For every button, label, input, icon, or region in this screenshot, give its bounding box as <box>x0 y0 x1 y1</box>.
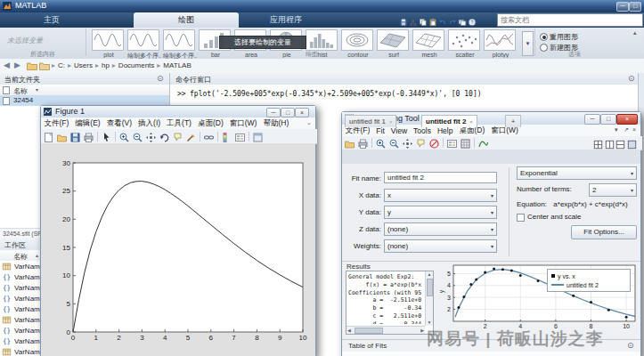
breadcrumb-item[interactable]: MATLAB <box>163 61 191 69</box>
figure-plot[interactable]: 012345678910051015202530 <box>41 143 315 356</box>
x-data-select[interactable]: x▾ <box>384 189 497 202</box>
menu-item[interactable]: 文件(F) <box>41 118 72 129</box>
menu-item[interactable]: Help <box>434 126 455 135</box>
menu-item[interactable]: 桌面(D) <box>194 118 226 129</box>
legend-icon[interactable] <box>234 131 246 142</box>
breadcrumb-item[interactable]: C: <box>58 61 65 69</box>
colorbar-icon[interactable] <box>221 131 232 142</box>
reuse-figure-radio[interactable] <box>540 33 548 41</box>
tab-untitled-fit-1[interactable]: untitled fit 1× <box>345 115 396 127</box>
terms-select[interactable]: 2▾ <box>589 183 637 197</box>
breadcrumb-item[interactable]: Documents <box>118 61 154 69</box>
scroll-left-icon[interactable]: ◀ <box>347 328 351 334</box>
figure-minimize-button[interactable]: ─ <box>266 108 281 117</box>
layout-4-icon[interactable] <box>627 137 637 147</box>
paste-icon[interactable] <box>428 14 437 23</box>
help-icon[interactable]: ? <box>468 14 477 23</box>
search-input[interactable] <box>497 13 643 27</box>
tab-close-icon[interactable]: × <box>389 119 393 125</box>
panel-menu-icon[interactable]: ⊙ <box>628 74 635 83</box>
menu-corner-icon[interactable]: ⌄ <box>306 119 312 126</box>
figure-close-button[interactable]: × <box>295 108 309 117</box>
tab-plots[interactable]: 绘图 <box>134 12 239 28</box>
open-folder-icon[interactable] <box>344 137 355 149</box>
browse-folder-icon[interactable] <box>39 61 50 70</box>
menu-item[interactable]: Tools <box>411 126 435 135</box>
menu-item[interactable]: 插入(I) <box>135 118 164 129</box>
new-doc-icon[interactable] <box>43 131 54 142</box>
zoom-out-icon[interactable] <box>132 131 143 142</box>
menu-item[interactable]: 查看(V) <box>103 118 135 129</box>
results-hscrollbar[interactable]: ◀ ▶ <box>346 326 425 334</box>
tab-home[interactable]: 主页 <box>25 12 78 28</box>
layout-3-icon[interactable] <box>615 137 625 147</box>
scroll-right-icon[interactable]: ▶ <box>420 328 424 334</box>
datatip-icon[interactable] <box>415 137 427 149</box>
undock-icon[interactable]: ↗ <box>624 126 629 134</box>
redo-icon[interactable] <box>448 14 457 23</box>
back-icon[interactable]: ◀ <box>4 61 10 69</box>
zoom-out-icon[interactable] <box>388 137 400 149</box>
figure-titlebar[interactable]: Figure 1 ─ □ × <box>41 106 315 118</box>
tab-apps[interactable]: 应用程序 <box>248 12 324 28</box>
open-folder-icon[interactable] <box>56 131 68 142</box>
fit-update-icon[interactable] <box>477 137 489 149</box>
datatip-icon[interactable] <box>172 131 183 142</box>
menu-item[interactable]: 窗口(W) <box>226 118 260 129</box>
undo-icon[interactable] <box>438 14 447 23</box>
z-data-select[interactable]: (none)▾ <box>384 222 497 236</box>
copy-icon[interactable] <box>419 14 428 23</box>
link-icon[interactable] <box>203 131 215 142</box>
scroll-up-icon[interactable]: ▲ <box>426 271 433 278</box>
weights-select[interactable]: (none)▾ <box>384 239 497 253</box>
breadcrumb-item[interactable]: Users <box>74 61 93 69</box>
figure-maximize-button[interactable]: □ <box>281 108 295 117</box>
results-vscrollbar[interactable]: ▲ ▼ <box>425 271 433 326</box>
cft-maximize-button[interactable]: □ <box>600 114 616 125</box>
exclude-icon[interactable] <box>428 137 440 149</box>
cft-close-button[interactable]: × <box>616 114 638 125</box>
scroll-down-icon[interactable]: ▼ <box>426 320 433 326</box>
new-tab-button[interactable]: + <box>505 115 521 127</box>
grid-icon-icon[interactable] <box>460 137 471 149</box>
menu-item[interactable]: Fit <box>373 126 387 135</box>
brush-icon[interactable] <box>185 131 197 142</box>
maximize-button[interactable]: □ <box>629 2 641 12</box>
rotate-icon[interactable] <box>159 131 170 142</box>
layout-2-icon[interactable] <box>605 137 615 147</box>
zoom-in-icon[interactable] <box>118 131 130 142</box>
panel-menu-icon[interactable]: ⊙ <box>157 74 164 83</box>
scroll-thumb[interactable] <box>355 328 383 334</box>
dock-icon[interactable] <box>252 131 264 142</box>
menu-item[interactable]: 编辑(E) <box>72 118 103 129</box>
print-icon[interactable] <box>357 137 369 149</box>
minimize-button[interactable]: ─ <box>616 2 629 12</box>
fit-name-input[interactable] <box>384 172 497 183</box>
menu-item[interactable]: 工具(T) <box>164 118 195 129</box>
fit-options-button[interactable]: Fit Options... <box>571 225 637 239</box>
scroll-thumb[interactable] <box>427 279 433 296</box>
cursor-icon[interactable] <box>101 131 112 142</box>
tab-untitled-fit-2[interactable]: untitled fit 2× <box>421 115 477 127</box>
menu-item[interactable]: 帮助(H) <box>260 118 292 129</box>
y-data-select[interactable]: y▾ <box>384 206 497 219</box>
ribbon-collapse-icon[interactable]: ▴ <box>633 29 637 36</box>
legend-icon[interactable] <box>446 137 458 149</box>
tab-close-icon[interactable]: × <box>469 119 473 125</box>
save-icon[interactable] <box>69 131 81 142</box>
save-icon[interactable] <box>399 14 408 23</box>
dock-menu-icon[interactable]: ▾ <box>615 126 618 134</box>
layout-1-icon[interactable] <box>593 137 603 147</box>
cut-icon[interactable] <box>409 14 418 23</box>
menu-item[interactable]: View <box>387 126 410 135</box>
breadcrumb-item[interactable]: hp <box>102 61 110 69</box>
zoom-in-icon[interactable] <box>375 137 387 149</box>
center-scale-checkbox[interactable] <box>517 214 525 222</box>
switch-windows-icon[interactable] <box>458 14 467 23</box>
print-icon[interactable] <box>83 131 94 142</box>
fit-type-select[interactable]: Exponential▾ <box>517 166 637 180</box>
results-box[interactable]: General model Exp2: f(x) = a*exp(b*xCoef… <box>346 271 434 335</box>
pan-icon[interactable] <box>145 131 157 142</box>
forward-icon[interactable]: ▶ <box>14 61 20 69</box>
cft-minimize-button[interactable]: ─ <box>584 114 600 125</box>
